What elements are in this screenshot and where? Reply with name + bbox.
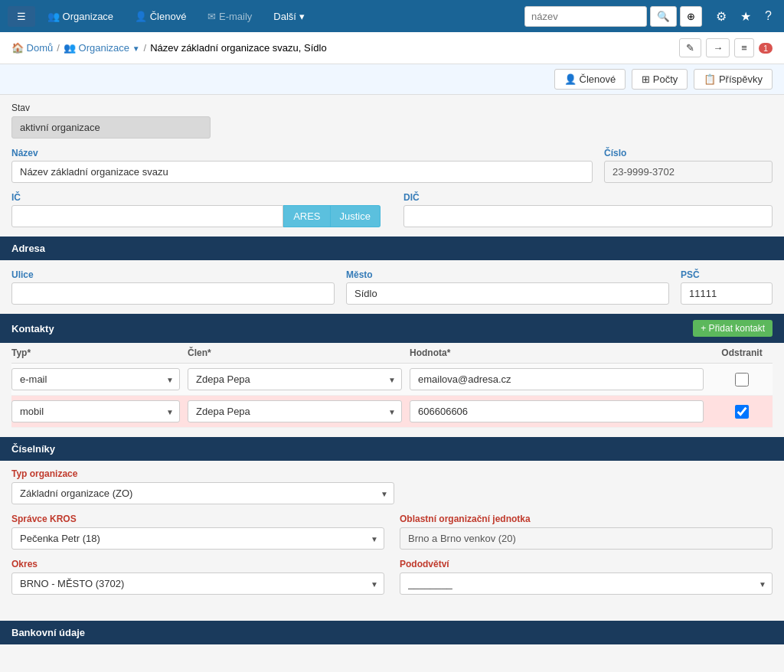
typ-select-2[interactable]: mobil e-mail telefon (11, 400, 180, 422)
col-header-hodnota: Hodnota* (410, 347, 704, 358)
clen-select-wrapper-1: Zdepa Pepa (188, 368, 402, 390)
oblastni-input[interactable] (400, 527, 773, 550)
edit-icon-button[interactable]: ✎ (679, 38, 701, 57)
podod-select[interactable]: ________ (400, 573, 773, 595)
podod-group: Pododvětví ________ (400, 559, 773, 595)
typ-org-select[interactable]: Základní organizace (ZO) (11, 482, 394, 504)
clen-select-2[interactable]: Zdepa Pepa (188, 400, 402, 422)
help-icon-button[interactable]: ? (760, 6, 776, 26)
typ-select-1[interactable]: e-mail mobil telefon (11, 368, 180, 390)
add-contact-button[interactable]: + Přidat kontakt (693, 320, 773, 337)
okres-select-wrapper: BRNO - MĚSTO (3702) (11, 573, 384, 595)
star-icon-button[interactable]: ★ (736, 6, 756, 27)
typ-select-wrapper-1: e-mail mobil telefon (11, 368, 180, 390)
contact-typ-1: e-mail mobil telefon (11, 368, 180, 390)
stav-label: Stav (11, 103, 773, 113)
mesto-input[interactable] (346, 282, 669, 305)
bankovni-label: Bankovní údaje (11, 627, 85, 638)
breadcrumb-org-filter-icon: ▼ (132, 44, 140, 53)
clen-select-1[interactable]: Zdepa Pepa (188, 368, 402, 390)
prispevky-button[interactable]: 📋 Příspěvky (694, 69, 773, 90)
search-input[interactable] (524, 6, 647, 27)
dic-input[interactable] (403, 205, 773, 227)
nazev-group: Název (11, 148, 593, 183)
hodnota-input-2[interactable] (410, 400, 704, 422)
spravce-select-wrapper: Pečenka Petr (18) (11, 527, 384, 550)
hodnota-input-1[interactable] (410, 368, 704, 390)
ulice-input[interactable] (11, 282, 335, 305)
spravce-oblastni-row: Správce KROS Pečenka Petr (18) Oblastní … (11, 514, 773, 550)
odstranit-checkbox-2[interactable] (735, 405, 749, 419)
stav-section: Stav aktivní organizace (11, 103, 773, 139)
search-expand-button[interactable]: ⊕ (680, 6, 702, 27)
ic-input[interactable] (11, 205, 283, 227)
clen-select-wrapper-2: Zdepa Pepa (188, 400, 402, 422)
ic-dic-row: IČ ARES Justice DIČ (11, 192, 773, 227)
clenove-button[interactable]: 👤 Členové (554, 69, 626, 90)
typ-select-wrapper-2: mobil e-mail telefon (11, 400, 180, 422)
kontakty-section: Kontakty + Přidat kontakt Typ* Člen* Hod… (0, 314, 784, 428)
col-header-odstranit: Odstranit (711, 347, 773, 358)
ic-group: IČ ARES Justice (11, 192, 381, 227)
odstranit-checkbox-1[interactable] (735, 373, 749, 387)
nav-clenove[interactable]: 👤 Členové (126, 6, 195, 27)
contact-odstranit-1 (711, 373, 773, 387)
ciselniky-section: Číselníky Typ organizace Základní organi… (0, 437, 784, 612)
breadcrumb-sep1: / (57, 42, 60, 54)
nav-dalsi[interactable]: Další ▾ (264, 6, 313, 27)
search-area: 🔍 ⊕ (524, 6, 702, 27)
address-row: Ulice Město PSČ (11, 269, 773, 305)
adresa-section-header: Adresa (0, 237, 784, 260)
psc-input[interactable] (681, 282, 773, 305)
nav-organizace[interactable]: 👥 Organizace (38, 6, 122, 27)
nav-emaily[interactable]: ✉ E-maily (198, 6, 261, 27)
dropdown-button[interactable]: ☰ (8, 6, 35, 27)
podod-select-wrapper: ________ (400, 573, 773, 595)
ciselniky-body: Typ organizace Základní organizace (ZO) … (0, 461, 784, 612)
contact-clen-1: Zdepa Pepa (188, 368, 402, 390)
okres-podod-row: Okres BRNO - MĚSTO (3702) Pododvětví ___… (11, 559, 773, 595)
oblastni-group: Oblastní organizační jednotka (400, 514, 773, 550)
ic-label: IČ (11, 192, 381, 203)
col-header-clen: Člen* (188, 347, 402, 358)
oblastni-label: Oblastní organizační jednotka (400, 514, 773, 524)
stav-value: aktivní organizace (11, 116, 211, 139)
nazev-input[interactable] (11, 161, 593, 183)
spravce-select[interactable]: Pečenka Petr (18) (11, 527, 384, 550)
contact-typ-2: mobil e-mail telefon (11, 400, 180, 422)
dic-label: DIČ (403, 192, 773, 203)
ciselniky-label: Číselníky (11, 443, 55, 455)
spravce-label: Správce KROS (11, 514, 384, 524)
contact-hodnota-1 (410, 368, 704, 390)
nazev-cislo-row: Název Číslo (11, 148, 773, 183)
ulice-label: Ulice (11, 269, 335, 280)
ulice-group: Ulice (11, 269, 335, 305)
breadcrumb-home[interactable]: 🏠 Domů (11, 42, 53, 54)
col-header-typ: Typ* (11, 347, 180, 358)
psc-group: PSČ (681, 269, 773, 305)
contact-hodnota-2 (410, 400, 704, 422)
kontakty-label: Kontakty (11, 323, 54, 334)
list-icon-button[interactable]: ≡ (734, 38, 754, 57)
okres-select[interactable]: BRNO - MĚSTO (3702) (11, 573, 384, 595)
contacts-col-headers: Typ* Člen* Hodnota* Odstranit (11, 343, 773, 364)
arrow-icon-button[interactable]: → (706, 38, 730, 57)
breadcrumb-actions: ✎ → ≡ 1 (679, 38, 773, 57)
ares-button[interactable]: ARES (283, 205, 330, 227)
dic-group: DIČ (403, 192, 773, 227)
mesto-group: Město (346, 269, 669, 305)
search-button[interactable]: 🔍 (650, 6, 677, 27)
share-icon-button[interactable]: ⚙ (711, 6, 731, 27)
cislo-input[interactable] (604, 161, 773, 183)
okres-group: Okres BRNO - MĚSTO (3702) (11, 559, 384, 595)
spravce-group: Správce KROS Pečenka Petr (18) (11, 514, 384, 550)
contact-clen-2: Zdepa Pepa (188, 400, 402, 422)
cislo-group: Číslo (604, 148, 773, 183)
notifications-badge: 1 (759, 43, 773, 54)
justice-button[interactable]: Justice (331, 205, 381, 227)
breadcrumb-bar: 🏠 Domů / 👥 Organizace ▼ / Název základní… (0, 32, 784, 64)
kontakty-header: Kontakty + Přidat kontakt (0, 314, 784, 343)
pocty-button[interactable]: ⊞ Počty (632, 69, 688, 90)
breadcrumb-org[interactable]: 👥 Organizace ▼ (64, 42, 140, 54)
typ-org-select-wrapper: Základní organizace (ZO) (11, 482, 394, 504)
